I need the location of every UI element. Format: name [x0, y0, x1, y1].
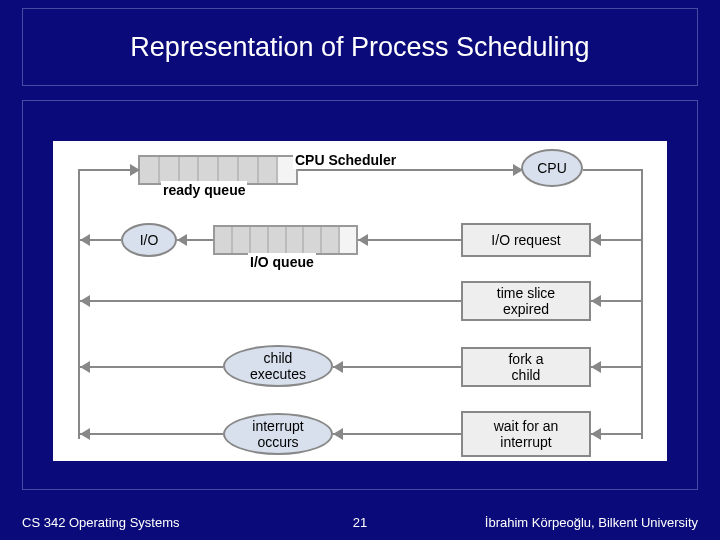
- footer-right: İbrahim Körpeoğlu, Bilkent University: [485, 515, 698, 530]
- io-request-box: I/O request: [461, 223, 591, 257]
- footer-left: CS 342 Operating Systems: [22, 515, 180, 530]
- fork-child-label: fork a child: [508, 351, 543, 383]
- scheduling-diagram: CPU Scheduler ready queue CPU I/O I/O qu…: [53, 141, 667, 461]
- ready-queue-label: ready queue: [161, 181, 247, 199]
- cpu-node-label: CPU: [537, 160, 567, 176]
- cpu-scheduler-label: CPU Scheduler: [293, 151, 398, 169]
- time-slice-box: time slice expired: [461, 281, 591, 321]
- slide-number: 21: [353, 515, 367, 530]
- io-queue: [213, 225, 358, 255]
- title-bar: Representation of Process Scheduling: [22, 8, 698, 86]
- wait-interrupt-label: wait for an interrupt: [494, 418, 559, 450]
- interrupt-occurs-label: interrupt occurs: [252, 418, 303, 450]
- footer: CS 342 Operating Systems 21 İbrahim Körp…: [22, 515, 698, 530]
- time-slice-label: time slice expired: [497, 285, 555, 317]
- slide-title: Representation of Process Scheduling: [130, 32, 589, 63]
- cpu-node: CPU: [521, 149, 583, 187]
- fork-child-box: fork a child: [461, 347, 591, 387]
- io-queue-label: I/O queue: [248, 253, 316, 271]
- child-exec-node: child executes: [223, 345, 333, 387]
- interrupt-occurs-node: interrupt occurs: [223, 413, 333, 455]
- io-node: I/O: [121, 223, 177, 257]
- child-exec-label: child executes: [250, 350, 306, 382]
- io-node-label: I/O: [140, 232, 159, 248]
- wait-interrupt-box: wait for an interrupt: [461, 411, 591, 457]
- io-request-label: I/O request: [491, 232, 560, 248]
- content-frame: CPU Scheduler ready queue CPU I/O I/O qu…: [22, 100, 698, 490]
